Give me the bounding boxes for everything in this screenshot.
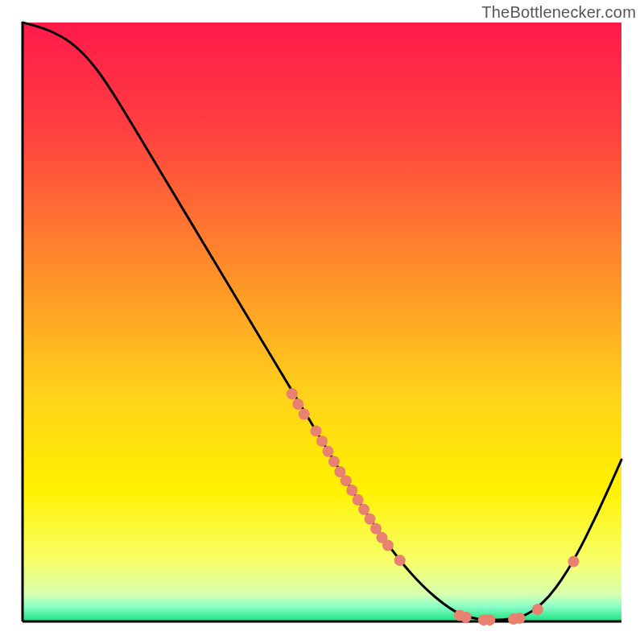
curve-marker [346,485,357,496]
bottleneck-chart [0,0,644,644]
curve-marker [484,614,495,625]
chart-container: { "attribution": "TheBottlenecker.com", … [0,0,644,644]
curve-marker [382,540,394,551]
curve-marker [365,514,376,525]
curve-marker [532,604,543,615]
curve-marker [358,504,369,515]
curve-marker [568,556,579,568]
curve-marker [292,398,303,410]
attribution-text: TheBottlenecker.com [481,3,636,22]
curve-marker [460,612,472,623]
curve-marker [328,456,340,467]
curve-marker [353,494,364,506]
curve-marker [287,388,298,399]
curve-marker [322,446,333,457]
plot-background [23,23,621,621]
curve-marker [514,613,526,624]
curve-marker [311,425,322,436]
curve-marker [394,555,406,566]
curve-marker [316,436,328,447]
curve-marker [299,409,310,420]
curve-marker [341,475,352,486]
